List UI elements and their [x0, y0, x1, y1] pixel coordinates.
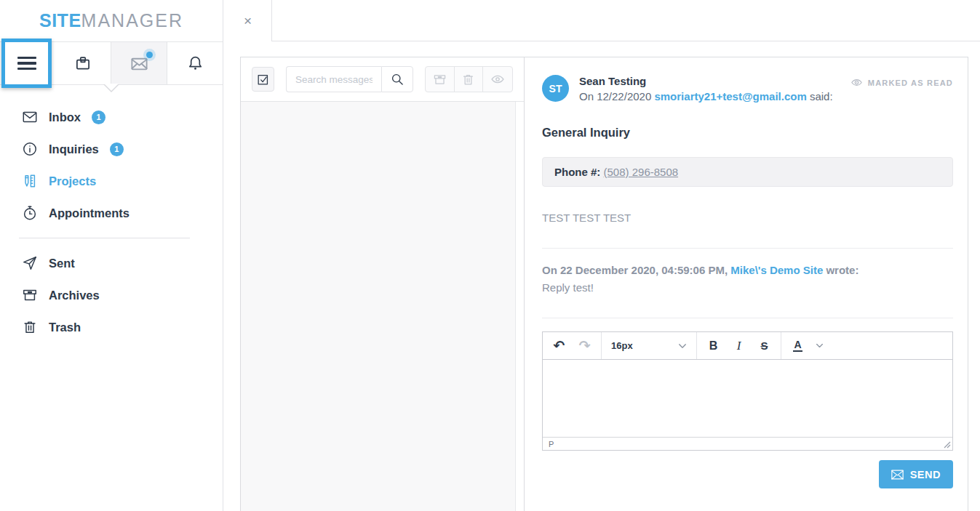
send-button[interactable]: SEND — [879, 460, 953, 488]
app-logo: SITE MANAGER — [0, 0, 223, 41]
editor-toolbar: ↶ ↷ 16px — [543, 332, 952, 360]
send-button-label: SEND — [910, 469, 941, 480]
briefcase-icon — [73, 54, 92, 73]
message-list-column — [241, 57, 525, 511]
sidebar-item-trash[interactable]: Trash — [22, 311, 223, 343]
close-tab-icon[interactable]: × — [244, 14, 252, 28]
italic-button[interactable]: I — [726, 335, 752, 357]
history-group: ↶ ↷ — [543, 332, 602, 359]
message-list-body — [241, 102, 524, 511]
sidebar-item-label: Trash — [49, 321, 81, 334]
tab-messages[interactable] — [111, 42, 167, 84]
tab-projects-tools[interactable] — [55, 42, 111, 84]
message-body: TEST TEST TEST — [542, 212, 953, 224]
inbox-envelope-icon — [22, 109, 38, 125]
undo-button[interactable]: ↶ — [546, 335, 572, 357]
reply-quote-body: Reply test! — [542, 281, 953, 294]
read-status-label: MARKED AS READ — [868, 79, 953, 87]
archive-box-icon — [22, 287, 38, 303]
sidebar-item-label: Appointments — [49, 206, 130, 220]
tab-notifications[interactable] — [167, 42, 223, 84]
logo-secondary: MANAGER — [81, 10, 183, 31]
bell-icon — [186, 55, 204, 73]
inquiries-count-badge: 1 — [110, 142, 124, 156]
select-all-button[interactable] — [252, 67, 274, 92]
sidebar-item-inbox[interactable]: Inbox 1 — [22, 101, 223, 133]
sidebar-item-projects[interactable]: Projects — [22, 165, 223, 197]
info-circle-icon — [22, 141, 38, 157]
resize-handle[interactable] — [944, 441, 951, 448]
delete-selected-button[interactable] — [455, 67, 484, 92]
avatar: ST — [542, 75, 569, 102]
sidebar-item-appointments[interactable]: Appointments — [22, 197, 223, 229]
bulk-actions-group — [425, 66, 513, 92]
marked-read-eye-icon — [850, 76, 863, 89]
message-list-toolbar — [241, 57, 524, 102]
archive-selected-button[interactable] — [426, 67, 455, 92]
search-button[interactable] — [381, 66, 413, 92]
sidebar-item-label: Inbox — [49, 110, 81, 124]
reply-editor: ↶ ↷ 16px — [542, 331, 953, 451]
message-list-scrollbar[interactable] — [515, 102, 524, 511]
inbox-count-badge: 1 — [92, 110, 105, 124]
sidebar-item-label: Projects — [49, 174, 96, 188]
sidebar-divider — [19, 238, 190, 238]
search-icon — [390, 72, 405, 86]
sidebar-icon-tabs — [0, 41, 223, 85]
message-view: ST Sean Testing On 12/22/2020 smoriarty2… — [525, 57, 968, 511]
reply-quote-header: On 22 December 2020, 04:59:06 PM, Mike\'… — [542, 264, 953, 276]
phone-field: Phone #: (508) 296-8508 — [542, 157, 953, 187]
sidebar-item-archives[interactable]: Archives — [22, 279, 223, 311]
sidebar-nav: Inbox 1 Inquiries 1 — [0, 85, 223, 343]
read-status: MARKED AS READ — [850, 75, 953, 89]
sender-email-link[interactable]: smoriarty21+test@gmail.com — [654, 90, 806, 102]
sidebar: SITE MANAGER — [0, 0, 223, 511]
sidebar-item-inquiries[interactable]: Inquiries 1 — [22, 133, 223, 165]
meta-suffix: said: — [810, 90, 833, 102]
divider — [542, 318, 953, 318]
phone-label: Phone #: — [554, 166, 600, 178]
notification-dot — [146, 52, 153, 58]
app-window: SITE MANAGER — [0, 0, 980, 511]
phone-number-link[interactable]: (508) 296-8508 — [604, 166, 679, 178]
font-size-select[interactable]: 16px — [605, 340, 693, 351]
trash-icon — [461, 73, 475, 86]
bold-button[interactable]: B — [701, 335, 726, 357]
reply-meta-suffix: wrote: — [826, 264, 859, 276]
send-envelope-icon — [891, 470, 904, 480]
reply-meta-prefix: On 22 December 2020, 04:59:06 PM, — [542, 264, 728, 276]
open-message-tab[interactable]: × — [224, 0, 272, 41]
sidebar-item-sent[interactable]: Sent — [22, 247, 223, 279]
tab-strip: × — [224, 0, 980, 41]
send-arrow-icon — [22, 255, 38, 271]
divider — [542, 248, 953, 249]
chevron-down-icon — [678, 343, 687, 349]
send-row: SEND — [542, 460, 953, 488]
font-size-group: 16px — [602, 332, 697, 359]
message-subject: General Inquiry — [542, 126, 953, 140]
strikethrough-button[interactable]: S — [752, 335, 777, 357]
editor-content-area[interactable] — [543, 360, 952, 437]
message-list-empty-area[interactable] — [241, 102, 515, 511]
text-color-menu-button[interactable] — [810, 335, 828, 357]
menu-highlight-box[interactable] — [1, 39, 52, 88]
logo-primary: SITE — [39, 10, 81, 31]
format-group: B I S — [697, 332, 781, 359]
search-messages-group — [286, 66, 413, 92]
mail-icon — [130, 54, 149, 73]
sidebar-item-label: Archives — [49, 289, 100, 302]
stopwatch-icon — [22, 205, 38, 221]
mark-read-button[interactable] — [483, 67, 512, 92]
tab-strip-spacer — [272, 0, 980, 41]
chevron-down-icon — [816, 343, 824, 348]
redo-button[interactable]: ↷ — [572, 335, 597, 357]
search-messages-input[interactable] — [286, 66, 381, 92]
element-path: P — [549, 440, 554, 448]
sidebar-item-label: Sent — [49, 257, 75, 270]
sender-block: Sean Testing On 12/22/2020 smoriarty21+t… — [579, 75, 833, 102]
text-color-button[interactable]: A — [785, 335, 810, 357]
message-header: ST Sean Testing On 12/22/2020 smoriarty2… — [542, 75, 953, 102]
sidebar-item-label: Inquiries — [49, 142, 99, 156]
reply-site-link[interactable]: Mike\'s Demo Site — [730, 264, 823, 276]
hamburger-menu-icon — [17, 57, 36, 71]
